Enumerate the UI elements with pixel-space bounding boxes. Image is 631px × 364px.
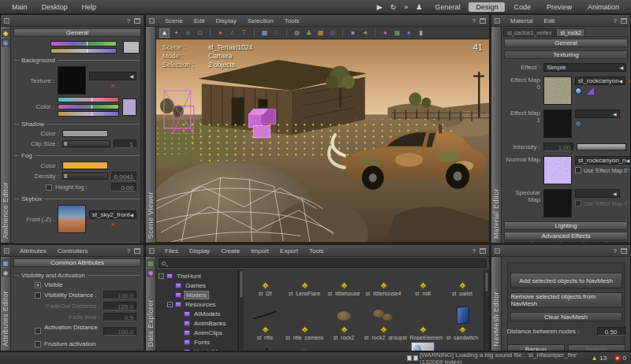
height-fog-value[interactable]: 0.00: [111, 183, 136, 191]
paint-tool-icon[interactable]: ●: [215, 28, 226, 38]
ambient-color-swatch[interactable]: [123, 41, 140, 54]
asset-st_RopeElement[interactable]: st_RopeElement: [403, 296, 442, 340]
asset-st_sun[interactable]: st_sun: [364, 340, 403, 351]
normal-map-thumbnail[interactable]: [543, 156, 572, 184]
help-icon[interactable]: ?: [614, 247, 617, 254]
remove-map0-icon[interactable]: ×: [628, 78, 630, 84]
dropdown-arrow-icon[interactable]: ◀: [129, 212, 133, 217]
dock-icon[interactable]: [480, 248, 486, 254]
visible-checkbox[interactable]: [35, 282, 41, 288]
help-icon[interactable]: ?: [127, 17, 130, 24]
menu-help[interactable]: Help: [75, 3, 104, 11]
tree-scrollbar[interactable]: [238, 269, 244, 351]
grid-tool-icon[interactable]: ▦: [259, 28, 270, 38]
menu-scene[interactable]: Scene: [159, 17, 189, 24]
skybox-dropdown[interactable]: st_sky2_front ◀: [89, 210, 136, 219]
dropdown-arrow-icon[interactable]: ◀: [613, 191, 617, 196]
globe-tool-icon[interactable]: ●: [404, 28, 414, 38]
intensity-value[interactable]: 1.00: [543, 143, 573, 151]
move-tool-icon[interactable]: +: [171, 28, 181, 38]
fog-density-slider[interactable]: [62, 173, 108, 180]
activation-distance-checkbox[interactable]: [35, 328, 41, 334]
cube-icon[interactable]: ▣: [2, 259, 9, 267]
menu-edit[interactable]: Edit: [538, 17, 560, 24]
effect-map1-thumbnail[interactable]: [543, 110, 572, 138]
asset-st_rifle_camera[interactable]: st_rifle_camera: [285, 296, 324, 340]
preview-cone-button[interactable]: ▲: [608, 242, 628, 243]
play-button[interactable]: ▶ Play: [504, 242, 530, 243]
tab-preview[interactable]: Preview: [540, 2, 579, 12]
scale-tool-icon[interactable]: □: [195, 28, 205, 38]
fog-color-swatch[interactable]: [62, 162, 108, 169]
shadow-color-swatch[interactable]: [62, 130, 108, 137]
tree-item-AnimClips[interactable]: AnimClips: [156, 328, 237, 337]
group-tool-icon[interactable]: ♟: [304, 28, 314, 38]
help-icon[interactable]: ?: [472, 247, 476, 254]
panel-menu-icon[interactable]: [149, 248, 155, 254]
magnet-tool-icon[interactable]: ◎: [327, 28, 338, 38]
speaker-icon[interactable]: ◉: [2, 39, 9, 46]
dropdown-arrow-icon[interactable]: ◀: [625, 158, 629, 163]
tab-general[interactable]: General: [428, 2, 467, 12]
effect-dropdown[interactable]: Simple ◀: [543, 63, 626, 72]
viewport-3d[interactable]: Scene :st_Terrain1024 Mode :Camera Selec…: [156, 39, 489, 243]
menu-create[interactable]: Create: [215, 247, 245, 254]
menu-display[interactable]: Display: [210, 17, 241, 24]
effect-map0-thumbnail[interactable]: [543, 76, 572, 105]
lock-tool-icon[interactable]: ◍: [292, 28, 302, 38]
ruler-tool-icon[interactable]: ▮: [416, 28, 426, 38]
texture-dropdown[interactable]: ◀: [89, 72, 136, 80]
intensity-slider[interactable]: [577, 143, 626, 150]
tree-item-AnimBanks[interactable]: AnimBanks: [156, 318, 237, 328]
normal-map-dropdown[interactable]: st_rockcanyon_n ◀: [575, 156, 630, 165]
section-general[interactable]: General: [13, 28, 141, 37]
warning-icon[interactable]: ▲: [591, 355, 597, 362]
collapse-icon[interactable]: −: [167, 302, 173, 307]
activation-distance-value[interactable]: 100.0: [103, 327, 136, 336]
asset-st_j2f[interactable]: st_j2f: [245, 269, 285, 296]
palette-icon[interactable]: ▤: [147, 259, 155, 267]
menu-material[interactable]: Material: [505, 17, 538, 24]
color-gradient-bar[interactable]: [58, 97, 119, 102]
asset-st_smoke[interactable]: st_smoke: [285, 340, 324, 351]
tree-item-HeightMaps[interactable]: HeightMaps: [156, 347, 237, 351]
tree-item-AIModels[interactable]: AIModels: [156, 309, 237, 318]
add-to-navmesh-button[interactable]: Add selected objects to NavMesh: [510, 273, 622, 288]
cube-tool-icon[interactable]: ■: [348, 28, 358, 38]
dock-icon[interactable]: [621, 248, 627, 254]
help-icon[interactable]: ?: [614, 17, 617, 24]
asset-st_sunset[interactable]: st_sunset: [442, 340, 482, 351]
menu-display[interactable]: Display: [184, 247, 215, 254]
remove-texture-icon[interactable]: ×: [110, 83, 114, 89]
section-common-attributes[interactable]: Common Attributes: [13, 258, 141, 267]
visibility-distance-value[interactable]: 100.0: [103, 291, 136, 299]
tree-item-Models[interactable]: Models: [156, 290, 237, 299]
clear-navmesh-button[interactable]: Clear NavMesh: [510, 312, 622, 321]
remove-skybox-icon[interactable]: ×: [110, 221, 114, 228]
visibility-distance-checkbox[interactable]: [35, 292, 41, 299]
tree-item-Resources[interactable]: −Resources: [156, 299, 237, 309]
material-section-lighting[interactable]: Lighting: [504, 221, 628, 230]
dock-icon[interactable]: [134, 18, 140, 24]
menu-main[interactable]: Main: [5, 3, 35, 11]
collapse-icon[interactable]: −: [159, 273, 164, 279]
use-uv-checkbox[interactable]: [575, 167, 581, 173]
scroll-page-button[interactable]: [407, 355, 412, 361]
help-icon[interactable]: ?: [127, 247, 130, 254]
panel-menu-icon[interactable]: [495, 248, 500, 254]
asset-st_smoke_white[interactable]: st_smoke_white: [324, 340, 364, 351]
menu-export[interactable]: Export: [274, 247, 304, 254]
menu-desktop[interactable]: Desktop: [35, 3, 75, 11]
panel-menu-icon[interactable]: [4, 18, 9, 24]
asset-st_rock2_group[interactable]: st_rock2_group: [364, 296, 403, 340]
mesh-tool-icon[interactable]: ▦: [392, 28, 402, 38]
panel-menu-icon[interactable]: [495, 18, 500, 24]
refresh-icon[interactable]: ↻: [386, 3, 401, 11]
asset-st_littlehouse[interactable]: st_littlehouse: [324, 269, 364, 296]
sphere-tool-icon[interactable]: ●: [380, 28, 390, 38]
menu-tools[interactable]: Tools: [279, 17, 305, 24]
material-section-texturing[interactable]: Texturing: [504, 50, 628, 59]
error-icon[interactable]: ×: [614, 355, 620, 362]
occludable-checkbox[interactable]: [35, 351, 41, 351]
height-fog-checkbox[interactable]: [46, 184, 52, 191]
